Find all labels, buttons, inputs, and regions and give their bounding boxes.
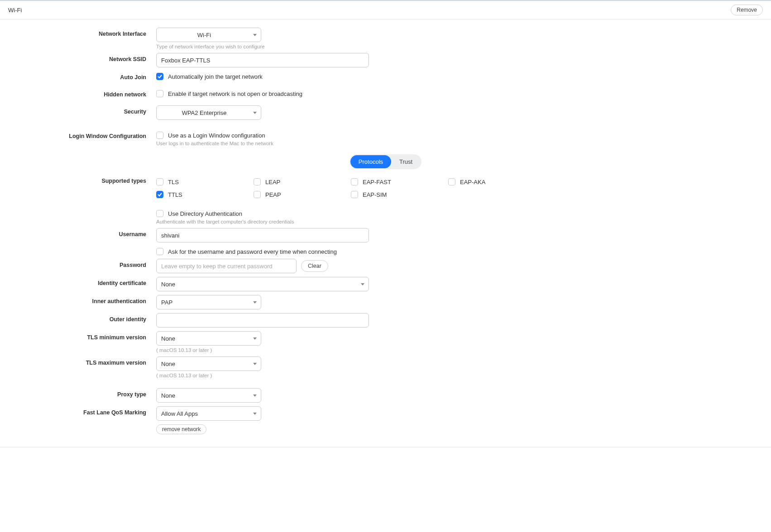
security-select[interactable]: WPA2 Enterprise (156, 105, 261, 120)
inner-auth-select[interactable]: PAP (156, 295, 261, 309)
password-input[interactable] (156, 259, 297, 273)
type-ttls-label[interactable]: TTLS (168, 191, 182, 198)
form-area: Network Interface Wi-Fi Type of network … (0, 19, 771, 466)
login-window-checkbox[interactable] (156, 132, 163, 139)
label-hidden-network: Hidden network (0, 88, 156, 98)
ask-creds-label-text[interactable]: Ask for the username and password every … (168, 248, 337, 255)
type-eapfast-label[interactable]: EAP-FAST (363, 179, 391, 185)
type-tls-label[interactable]: TLS (168, 179, 179, 185)
type-eapfast-checkbox[interactable] (351, 178, 358, 185)
tls-min-select[interactable]: None (156, 331, 261, 346)
type-peap-label[interactable]: PEAP (265, 191, 281, 198)
type-eapaka-label[interactable]: EAP-AKA (460, 179, 485, 185)
label-network-ssid: Network SSID (0, 53, 156, 62)
label-supported-types: Supported types (0, 175, 156, 184)
fastlane-select[interactable]: Allow All Apps (156, 406, 261, 421)
label-fastlane: Fast Lane QoS Marking (0, 406, 156, 416)
remove-button[interactable]: Remove (731, 5, 763, 15)
label-tls-min: TLS minimum version (0, 331, 156, 341)
username-input[interactable] (156, 228, 369, 242)
dir-auth-checkbox[interactable] (156, 210, 163, 217)
dir-auth-label-text[interactable]: Use Directory Authentication (168, 210, 242, 217)
type-eapsim-checkbox[interactable] (351, 191, 358, 198)
proxy-type-select[interactable]: None (156, 388, 261, 403)
label-auto-join: Auto Join (0, 71, 156, 81)
panel-title: Wi-Fi (8, 7, 22, 14)
label-identity-cert: Identity certificate (0, 277, 156, 286)
ask-creds-checkbox[interactable] (156, 248, 163, 255)
protocols-trust-tabs: Protocols Trust (350, 154, 421, 169)
type-leap-label[interactable]: LEAP (265, 179, 280, 185)
login-window-label-text[interactable]: Use as a Login Window configuration (168, 132, 265, 139)
label-outer-identity: Outer identity (0, 313, 156, 323)
type-tls-checkbox[interactable] (156, 178, 163, 185)
helper-dir-auth: Authenticate with the target computer's … (156, 219, 771, 224)
tab-trust[interactable]: Trust (391, 155, 421, 168)
type-leap-checkbox[interactable] (254, 178, 261, 185)
label-network-interface: Network Interface (0, 28, 156, 37)
helper-tls-min: ( macOS 10.13 or later ) (156, 347, 771, 353)
auto-join-checkbox[interactable] (156, 73, 163, 80)
tls-max-select[interactable]: None (156, 356, 261, 371)
label-proxy-type: Proxy type (0, 388, 156, 398)
label-login-window: Login Window Configuration (0, 130, 156, 139)
label-password: Password (0, 259, 156, 268)
check-icon (158, 192, 162, 197)
label-inner-auth: Inner authentication (0, 295, 156, 304)
type-ttls-checkbox[interactable] (156, 191, 163, 198)
type-eapsim-label[interactable]: EAP-SIM (363, 191, 387, 198)
type-peap-checkbox[interactable] (254, 191, 261, 198)
network-interface-select[interactable]: Wi-Fi (156, 28, 261, 42)
label-tls-max: TLS maximum version (0, 356, 156, 366)
tab-protocols[interactable]: Protocols (350, 155, 391, 168)
check-icon (158, 74, 162, 79)
hidden-network-label-text[interactable]: Enable if target network is not open or … (168, 90, 302, 97)
outer-identity-input[interactable] (156, 313, 369, 328)
helper-login-window: User logs in to authenticate the Mac to … (156, 141, 771, 146)
panel-header: Wi-Fi Remove (0, 0, 771, 19)
label-username: Username (0, 228, 156, 238)
clear-password-button[interactable]: Clear (301, 260, 328, 272)
helper-network-interface: Type of network interface you wish to co… (156, 44, 771, 49)
type-eapaka-checkbox[interactable] (448, 178, 455, 185)
identity-cert-select[interactable]: None (156, 277, 369, 291)
auto-join-label-text[interactable]: Automatically join the target network (168, 73, 263, 80)
helper-tls-max: ( macOS 10.13 or later ) (156, 373, 771, 378)
network-ssid-input[interactable] (156, 53, 369, 67)
label-security: Security (0, 105, 156, 115)
hidden-network-checkbox[interactable] (156, 90, 163, 97)
remove-network-button[interactable]: remove network (156, 424, 206, 434)
